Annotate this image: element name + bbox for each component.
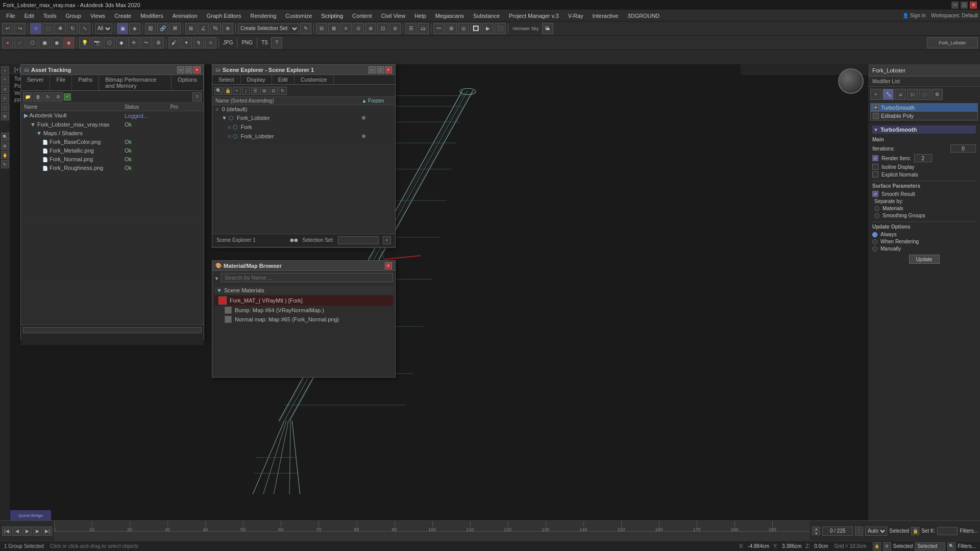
- menu-content[interactable]: Content: [348, 12, 376, 20]
- status-search-btn[interactable]: 🔍: [947, 542, 955, 550]
- tab-modify[interactable]: 🔧: [883, 89, 894, 100]
- ts-update-btn[interactable]: Update: [909, 255, 940, 264]
- link-btn[interactable]: ⛓: [145, 23, 156, 34]
- select-filter-btn[interactable]: ◈: [129, 23, 140, 34]
- se-refresh-btn[interactable]: ↻: [279, 87, 287, 95]
- menu-animation[interactable]: Animation: [168, 12, 202, 20]
- orbit-icon[interactable]: ↻: [1, 160, 9, 168]
- asset-tracking-titlebar[interactable]: 🗂 Asset Tracking ─ □ ✕: [21, 65, 204, 75]
- vertex-btn[interactable]: ●: [2, 37, 13, 48]
- se-group-btn[interactable]: ☰: [251, 87, 259, 95]
- element-btn[interactable]: ◉: [51, 37, 62, 48]
- modifier-editable-poly[interactable]: Editable Poly: [871, 112, 977, 120]
- se-expand-btn[interactable]: ⊞: [260, 87, 268, 95]
- se-close-btn[interactable]: ✕: [385, 66, 392, 73]
- tc-next-btn[interactable]: ▶|: [43, 527, 52, 536]
- se-row-2[interactable]: ○ ⬡ Fork: [212, 123, 395, 132]
- particle-btn[interactable]: ✦: [181, 37, 192, 48]
- se-collapse-btn[interactable]: ⊟: [270, 87, 278, 95]
- border-btn[interactable]: ⬡: [27, 37, 38, 48]
- mb-close-btn[interactable]: ✕: [385, 262, 392, 269]
- select-btn[interactable]: ⊹: [30, 23, 41, 34]
- menu-megascans[interactable]: Megascans: [431, 12, 468, 20]
- tab-create[interactable]: +: [870, 89, 881, 100]
- ts-isoline-check[interactable]: [872, 164, 878, 170]
- schematic-view-btn[interactable]: ⊞: [446, 23, 457, 34]
- normal-align-btn[interactable]: ⊙: [353, 23, 364, 34]
- sky-btn[interactable]: 🌥: [542, 23, 553, 34]
- sign-in-btn[interactable]: 👤 Sign In: [902, 13, 926, 18]
- se-lock-btn[interactable]: 🔒: [224, 87, 232, 95]
- place-highlight-btn[interactable]: ⊛: [365, 23, 376, 34]
- select-region-btn[interactable]: ⬚: [42, 23, 54, 34]
- scene-explorer-btn[interactable]: 🗂: [418, 23, 429, 34]
- se-row-0[interactable]: ○ 0 (default): [212, 105, 395, 114]
- mirror-btn[interactable]: ⊟: [316, 23, 327, 34]
- pan-icon[interactable]: ✋: [1, 151, 9, 159]
- systems-btn[interactable]: ⚙: [153, 37, 164, 48]
- menu-customize[interactable]: Customize: [281, 12, 316, 20]
- hierarchy-icon[interactable]: ⊿: [1, 85, 9, 93]
- unlink-btn[interactable]: 🔗: [157, 23, 168, 34]
- tab-display[interactable]: ◌: [919, 89, 930, 100]
- rotate-btn[interactable]: ↻: [67, 23, 78, 34]
- at-row-0[interactable]: ▶ Autodesk Vault Logged...: [21, 111, 204, 120]
- tc-frame-up[interactable]: ▲: [812, 527, 820, 531]
- menu-interactive[interactable]: Interactive: [589, 12, 623, 20]
- viewport-select[interactable]: Create Selection Set:: [238, 23, 299, 34]
- render-frame-btn[interactable]: ⬛: [495, 23, 506, 34]
- at-scrollbar[interactable]: [23, 327, 202, 333]
- display-icon[interactable]: ◌: [1, 103, 9, 111]
- select-object-btn[interactable]: ▣: [117, 23, 128, 34]
- redo-btn[interactable]: ↪: [14, 23, 26, 34]
- menu-modifiers[interactable]: Modifiers: [136, 12, 167, 20]
- tab-utilities[interactable]: ⚙: [932, 89, 943, 100]
- at-row-5[interactable]: 📄 Fork_Normal.png Ok: [21, 155, 204, 164]
- ts-smooth-result-check[interactable]: ✓: [872, 191, 878, 197]
- poly-btn[interactable]: ▣: [39, 37, 50, 48]
- ts-manually-radio[interactable]: [872, 246, 877, 252]
- at-close-btn[interactable]: ✕: [193, 66, 201, 73]
- se-sort-btn[interactable]: ↕: [242, 87, 250, 95]
- tc-setk-input[interactable]: [937, 527, 958, 535]
- se-titlebar[interactable]: 🗂 Scene Explorer - Scene Explorer 1 ─ □ …: [212, 65, 395, 75]
- at-row-4[interactable]: 📄 Fork_Metallic.png Ok: [21, 146, 204, 155]
- se-maximize-btn[interactable]: □: [377, 66, 384, 73]
- menu-scripting[interactable]: Scripting: [317, 12, 347, 20]
- tc-play-btn[interactable]: ▶: [22, 527, 32, 536]
- ts-materials-radio[interactable]: [874, 206, 879, 211]
- scale-btn[interactable]: ⤡: [79, 23, 90, 34]
- se-tab-edit[interactable]: Edit: [272, 75, 295, 84]
- at-refresh-btn[interactable]: ↻: [43, 92, 53, 102]
- status-lock-btn[interactable]: 🔒: [873, 542, 881, 550]
- spacewarp-btn[interactable]: 〜: [140, 37, 152, 48]
- se-minimize-btn[interactable]: ─: [369, 66, 376, 73]
- menu-edit[interactable]: Edit: [20, 12, 38, 20]
- layer-manager-btn[interactable]: ☰: [405, 23, 416, 34]
- mb-item-1[interactable]: Bump: Map #64 (VRayNormalMap.): [214, 306, 393, 315]
- shape-btn[interactable]: ◆: [116, 37, 127, 48]
- se-tab-customize[interactable]: Customize: [295, 75, 334, 84]
- undo-btn[interactable]: ↩: [2, 23, 13, 34]
- at-tab-bitmap[interactable]: Bitmap Performance and Memory: [99, 75, 172, 90]
- ts-always-radio[interactable]: [872, 232, 877, 237]
- se-tab-display[interactable]: Display: [241, 75, 272, 84]
- light-btn[interactable]: 💡: [79, 37, 90, 48]
- zoom-all-icon[interactable]: ⊞: [1, 142, 9, 150]
- edge-btn[interactable]: ⟋: [14, 37, 26, 48]
- at-row-3[interactable]: 📄 Fork_BaseColor.png Ok: [21, 138, 204, 146]
- align-view-btn[interactable]: ⊘: [389, 23, 401, 34]
- tc-lock-btn[interactable]: 🔒: [911, 527, 919, 535]
- se-row-1[interactable]: ▼ ⬡ Fork_Lobster ❄: [212, 114, 395, 123]
- cloth-btn[interactable]: ≈: [205, 37, 216, 48]
- subobj-btn[interactable]: ◈: [63, 37, 75, 48]
- motion-icon[interactable]: ▷: [1, 94, 9, 102]
- at-row-1[interactable]: ▼ Fork_Lobster_max_vray.max Ok: [21, 120, 204, 129]
- curve-editor-btn[interactable]: 〜: [433, 23, 445, 34]
- spinner-snap-btn[interactable]: ⊕: [222, 23, 233, 34]
- at-status-btn[interactable]: ✓: [64, 93, 71, 101]
- ts-explicit-check[interactable]: [872, 171, 878, 178]
- mb-titlebar[interactable]: 🎨 Material/Map Browser ✕: [212, 261, 395, 271]
- ts-collapse-arrow[interactable]: ▼: [873, 127, 878, 133]
- at-tab-server[interactable]: Server: [21, 75, 50, 90]
